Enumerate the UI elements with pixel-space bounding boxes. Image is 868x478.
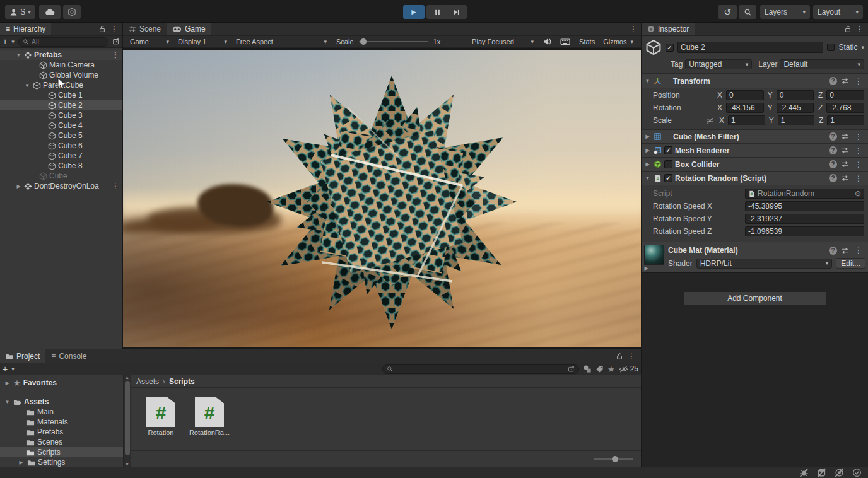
shader-dropdown[interactable]: HDRP/Lit ▾ [696,259,833,269]
kebab-menu-icon[interactable]: ⋮ [853,174,864,183]
breadcrumb-assets[interactable]: Assets [136,377,159,386]
kebab-menu-icon[interactable]: ⋮ [628,25,641,33]
open-window-icon[interactable] [112,38,120,45]
material-preview-sphere[interactable] [644,245,664,265]
tab-hierarchy[interactable]: ≡ Hierarchy [0,23,51,35]
tree-folder-materials[interactable]: Materials [0,417,123,427]
script-object-field[interactable]: RotationRandom ⊙ [745,189,864,199]
global-search-button[interactable] [739,5,756,19]
cache-server-disconnected-icon[interactable] [817,468,826,477]
scroll-up-icon[interactable]: ▲ [125,375,129,380]
help-icon[interactable]: ? [829,174,837,182]
gameobject-name-field[interactable]: Cube 2 [677,42,823,53]
asset-rotationrandom-script[interactable]: # RotationRa... [189,397,230,436]
thumbnail-size-slider[interactable] [594,458,633,460]
kebab-menu-icon[interactable]: ⋮ [853,132,864,141]
tab-console[interactable]: ≡ Console [45,349,92,363]
component-header-rotation-random[interactable]: ▼ ✓ Rotation Random (Script) ? ⋮ [642,171,868,185]
tree-favorites[interactable]: ▶ ★ Favorites [0,378,123,388]
link-scale-icon[interactable] [706,117,714,125]
help-icon[interactable]: ? [829,132,837,141]
component-enabled-checkbox[interactable] [664,160,672,168]
preset-icon[interactable] [841,77,849,85]
gameobject-cube-icon[interactable] [645,39,662,55]
hierarchy-item-cube4[interactable]: Cube 4 [0,120,122,131]
tab-inspector[interactable]: Inspector [642,23,695,35]
tree-folder-scripts-selected[interactable]: Scripts [0,447,123,457]
add-component-button[interactable]: Add Component [683,291,827,305]
foldout-open-icon[interactable]: ▼ [644,175,651,181]
stats-button[interactable]: Stats [579,38,595,45]
help-icon[interactable]: ? [829,77,837,85]
preset-icon[interactable] [841,174,849,182]
layers-dropdown[interactable]: Layers ▾ [760,5,810,19]
hierarchy-item-cube6[interactable]: Cube 6 [0,141,122,151]
open-window-icon[interactable] [568,366,575,373]
scale-slider-thumb[interactable] [360,38,367,45]
search-by-label-icon[interactable] [595,365,604,373]
project-search-field[interactable] [382,364,579,374]
hidden-packages-toggle[interactable]: 25 [619,364,638,373]
position-x-field[interactable]: 0 [726,90,764,100]
foldout-closed-icon[interactable]: ▶ [15,184,22,189]
step-button[interactable] [445,5,467,19]
play-focused-dropdown[interactable]: Play Focused ▾ [467,36,538,47]
active-checkbox[interactable]: ✓ [666,44,674,52]
asset-rotation-script[interactable]: # Rotation [140,397,182,436]
hierarchy-search-input[interactable] [32,38,104,45]
rotation-y-field[interactable]: -2.445 [777,103,814,113]
kebab-menu-icon[interactable]: ⋮ [108,25,120,33]
position-z-field[interactable]: 0 [826,90,864,100]
scale-slider[interactable] [359,41,428,42]
layer-dropdown[interactable]: Default ▾ [780,59,864,69]
tree-folder-prefabs[interactable]: Prefabs [0,427,123,437]
tree-folder-scenes[interactable]: Scenes [0,437,123,447]
pause-button[interactable] [426,5,448,19]
help-icon[interactable]: ? [829,146,837,154]
search-by-type-icon[interactable] [583,364,592,373]
game-target-dropdown[interactable]: Game ▾ [126,36,173,47]
hierarchy-item-cube7[interactable]: Cube 7 [0,151,122,161]
favorites-star-icon[interactable]: ★ [607,364,615,374]
tab-scene[interactable]: Scene [123,23,167,35]
kebab-menu-icon[interactable]: ⋮ [853,77,864,86]
position-y-field[interactable]: 0 [777,90,814,100]
kebab-menu-icon[interactable]: ⋮ [110,50,121,59]
play-button[interactable]: ► [403,5,425,19]
mute-audio-icon[interactable] [542,37,551,46]
gizmos-button[interactable]: Gizmos [603,38,626,45]
lock-icon[interactable] [616,353,623,360]
foldout-closed-icon[interactable]: ▶ [18,460,25,465]
project-search-input[interactable] [396,365,565,373]
debugger-disabled-icon[interactable] [799,468,809,477]
foldout-closed-icon[interactable]: ▶ [644,148,651,153]
help-icon[interactable]: ? [829,160,837,168]
component-header-transform[interactable]: ▼ Transform ? ⋮ [642,74,868,88]
rotation-speed-z-field[interactable]: -1.096539 [745,226,864,236]
foldout-open-icon[interactable]: ▼ [24,83,31,88]
tree-folder-settings[interactable]: ▶ Settings [0,457,123,467]
object-picker-icon[interactable]: ⊙ [855,189,861,198]
thumbnail-size-thumb[interactable] [612,456,618,462]
chevron-down-icon[interactable]: ▾ [861,45,864,50]
hierarchy-scene-dontdestroyonload[interactable]: ▶ DontDestroyOnLoa ⋮ [0,181,122,191]
aspect-dropdown[interactable]: Free Aspect ▾ [232,36,331,47]
static-checkbox[interactable] [827,44,835,51]
preset-icon[interactable] [841,247,849,255]
layout-dropdown[interactable]: Layout ▾ [813,5,863,19]
cloud-button[interactable] [39,5,61,19]
foldout-open-icon[interactable]: ▼ [644,78,651,84]
scale-z-field[interactable]: 1 [827,115,864,125]
scale-x-field[interactable]: 1 [728,115,765,125]
component-header-box-collider[interactable]: ▶ Box Collider ? ⋮ [642,157,868,171]
preset-icon[interactable] [841,146,849,154]
chevron-down-icon[interactable]: ▾ [11,366,15,372]
material-header[interactable]: Cube Mat (Material) ? ⋮ Shader HDRP/Lit … [642,242,868,272]
foldout-closed-icon[interactable]: ▶ [644,134,651,139]
preset-icon[interactable] [841,132,849,141]
kebab-menu-icon[interactable]: ⋮ [110,182,121,190]
hierarchy-item-cube1[interactable]: Cube 1 [0,90,122,100]
kebab-menu-icon[interactable]: ⋮ [853,160,864,169]
kebab-menu-icon[interactable]: ⋮ [626,352,637,361]
edit-shader-button[interactable]: Edit... [836,258,865,269]
